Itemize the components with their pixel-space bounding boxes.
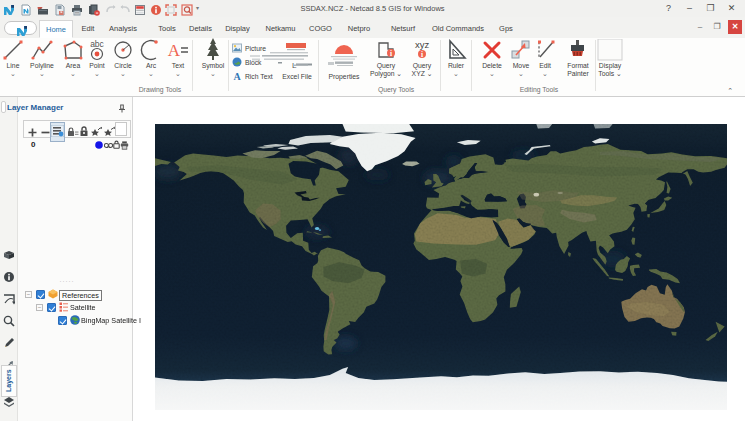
svg-text:i: i bbox=[390, 49, 392, 58]
svg-text:A: A bbox=[168, 41, 181, 60]
svg-text:xyz: xyz bbox=[415, 39, 430, 50]
svg-text:i: i bbox=[421, 50, 423, 59]
svg-text:A: A bbox=[233, 71, 241, 81]
svg-text:abc: abc bbox=[90, 39, 104, 49]
